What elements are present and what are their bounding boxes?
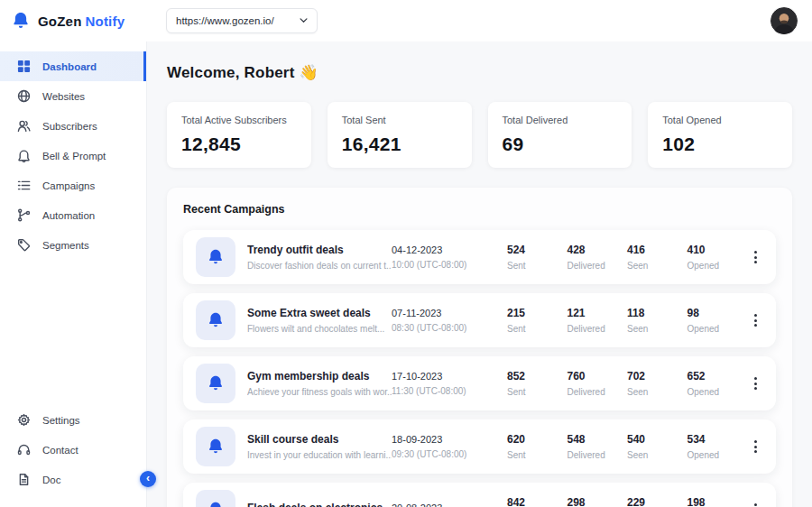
kebab-dot bbox=[754, 383, 757, 385]
metric-sent: 524 Sent bbox=[507, 244, 567, 271]
campaign-description: Flowers wilt and chocolates melt... bbox=[247, 324, 392, 334]
brand-accent: Notify bbox=[86, 14, 125, 29]
campaign-bell-tile bbox=[196, 490, 235, 507]
stat-value: 69 bbox=[503, 134, 618, 155]
website-url-value: https://www.gozen.io/ bbox=[176, 15, 274, 26]
globe-icon bbox=[17, 89, 31, 103]
metric-delivered: 760 Delivered bbox=[567, 370, 628, 397]
row-menu-button[interactable] bbox=[747, 310, 763, 330]
metric-seen: 540 Seen bbox=[627, 433, 687, 460]
chevron-left-icon: ‹ bbox=[146, 473, 150, 484]
website-url-select[interactable]: https://www.gozen.io/ bbox=[166, 8, 318, 33]
sidebar-item-settings[interactable]: Settings bbox=[0, 405, 146, 435]
sidebar-item-label: Dashboard bbox=[42, 61, 97, 72]
stat-value: 12,845 bbox=[181, 134, 297, 155]
stat-card-total-delivered: Total Delivered 69 bbox=[488, 102, 632, 168]
metric-label: Opened bbox=[687, 324, 748, 334]
campaign-schedule: 07-11-2023 08:30 (UTC-08:00) bbox=[392, 308, 507, 333]
kebab-dot bbox=[754, 503, 757, 506]
metric-value: 98 bbox=[687, 307, 748, 319]
metric-label: Delivered bbox=[567, 324, 628, 334]
campaign-info: Flash deals on electronics bbox=[247, 502, 392, 507]
metric-value: 548 bbox=[567, 433, 628, 446]
campaign-row[interactable]: Gym membership deals Achieve your fitnes… bbox=[183, 356, 776, 410]
row-menu-button[interactable] bbox=[747, 373, 763, 393]
metric-delivered: 298 Delivered bbox=[567, 496, 628, 507]
campaign-title: Some Extra sweet deals bbox=[247, 307, 392, 319]
metric-value: 298 bbox=[567, 496, 628, 507]
campaign-title: Trendy outfit deals bbox=[247, 244, 392, 256]
campaign-info: Some Extra sweet deals Flowers wilt and … bbox=[247, 307, 392, 334]
kebab-dot bbox=[754, 446, 757, 448]
users-icon bbox=[17, 119, 31, 133]
user-avatar[interactable] bbox=[770, 7, 798, 34]
metric-value: 702 bbox=[627, 370, 687, 383]
campaign-description: Invest in your education with learni... bbox=[247, 450, 392, 460]
sidebar-item-bell-prompt[interactable]: Bell & Prompt bbox=[0, 141, 146, 171]
campaign-list: Trendy outfit deals Discover fashion dea… bbox=[183, 230, 776, 507]
stat-value: 16,421 bbox=[342, 134, 457, 155]
flow-branch-icon bbox=[17, 208, 31, 222]
sidebar-item-subscribers[interactable]: Subscribers bbox=[0, 111, 146, 141]
row-menu-button[interactable] bbox=[747, 247, 763, 267]
sidebar-item-contact[interactable]: Contact bbox=[0, 435, 146, 465]
row-menu-button[interactable] bbox=[747, 437, 763, 456]
metric-delivered: 428 Delivered bbox=[567, 244, 628, 271]
metric-value: 524 bbox=[507, 244, 567, 256]
metric-delivered: 121 Delivered bbox=[567, 307, 628, 334]
welcome-text: Welcome, Robert bbox=[167, 64, 295, 81]
stat-card-total-opened: Total Opened 102 bbox=[648, 102, 792, 168]
kebab-dot bbox=[754, 387, 757, 390]
stat-value: 102 bbox=[662, 134, 778, 155]
metric-label: Sent bbox=[507, 387, 567, 397]
sidebar-item-label: Websites bbox=[42, 91, 85, 102]
campaign-title: Flash deals on electronics bbox=[247, 502, 392, 507]
sidebar-collapse-button[interactable]: ‹ bbox=[140, 471, 156, 487]
campaign-time: 11:30 (UTC-08:00) bbox=[392, 386, 507, 396]
campaign-row[interactable]: Flash deals on electronics 20-08-2023 84… bbox=[183, 483, 776, 507]
stat-label: Total Delivered bbox=[503, 115, 618, 125]
metric-label: Delivered bbox=[567, 261, 628, 271]
stat-card-active-subscribers: Total Active Subscribers 12,845 bbox=[167, 102, 311, 168]
metric-opened: 410 Opened bbox=[687, 244, 748, 271]
campaign-row[interactable]: Skill course deals Invest in your educat… bbox=[183, 419, 776, 474]
campaign-date: 04-12-2023 bbox=[392, 244, 507, 255]
metric-value: 215 bbox=[507, 307, 567, 319]
kebab-dot bbox=[754, 261, 757, 263]
metric-value: 534 bbox=[687, 433, 748, 446]
campaign-time: 09:30 (UTC-08:00) bbox=[392, 449, 507, 459]
list-icon bbox=[17, 179, 31, 192]
metric-sent: 620 Sent bbox=[507, 433, 567, 460]
sidebar-item-websites[interactable]: Websites bbox=[0, 81, 146, 111]
campaign-time: 10:00 (UTC-08:00) bbox=[392, 260, 507, 270]
page-title: Welcome, Robert 👋 bbox=[167, 63, 792, 82]
kebab-dot bbox=[754, 377, 757, 380]
bell-icon bbox=[207, 501, 225, 507]
row-menu-button[interactable] bbox=[747, 500, 763, 507]
campaign-date: 17-10-2023 bbox=[392, 371, 507, 382]
campaign-row[interactable]: Some Extra sweet deals Flowers wilt and … bbox=[183, 293, 776, 347]
campaign-info: Skill course deals Invest in your educat… bbox=[247, 433, 392, 460]
metric-value: 410 bbox=[687, 244, 748, 256]
campaign-bell-tile bbox=[196, 364, 235, 403]
sidebar-item-label: Subscribers bbox=[42, 121, 97, 132]
sidebar-item-dashboard[interactable]: Dashboard bbox=[0, 51, 146, 81]
sidebar-item-automation[interactable]: Automation bbox=[0, 200, 146, 230]
bell-icon bbox=[207, 438, 225, 456]
metric-value: 540 bbox=[627, 433, 687, 446]
metric-value: 118 bbox=[627, 307, 687, 319]
sidebar-item-campaigns[interactable]: Campaigns bbox=[0, 171, 146, 200]
sidebar-item-doc[interactable]: Doc bbox=[0, 465, 146, 494]
stat-label: Total Active Subscribers bbox=[181, 115, 297, 125]
metric-sent: 852 Sent bbox=[507, 370, 567, 397]
metric-label: Delivered bbox=[567, 387, 628, 397]
campaign-bell-tile bbox=[196, 427, 235, 466]
campaign-row[interactable]: Trendy outfit deals Discover fashion dea… bbox=[183, 230, 776, 284]
metric-opened: 98 Opened bbox=[687, 307, 748, 334]
bell-logo-icon bbox=[11, 11, 31, 31]
app-window: GoZenNotify https://www.gozen.io/ bbox=[0, 0, 812, 507]
document-icon bbox=[17, 473, 31, 486]
sidebar-item-segments[interactable]: Segments bbox=[0, 230, 146, 260]
campaign-date: 07-11-2023 bbox=[392, 308, 507, 318]
sidebar-item-label: Doc bbox=[42, 475, 60, 485]
